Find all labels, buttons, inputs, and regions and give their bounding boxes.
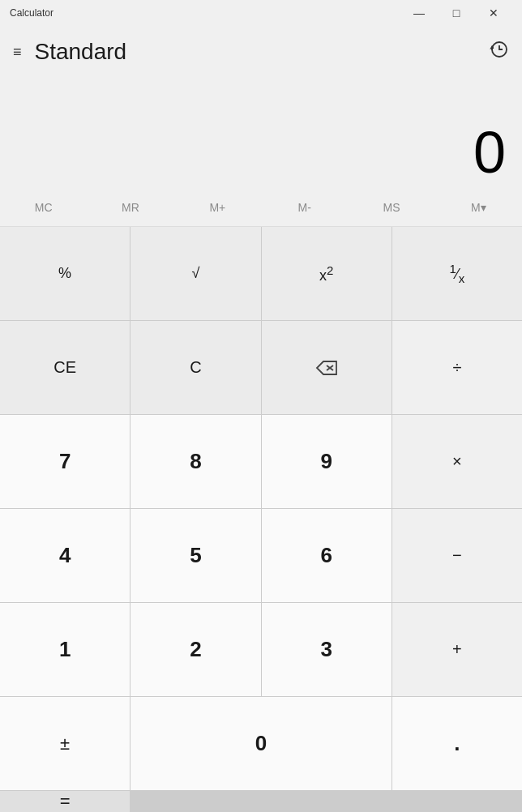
3-button[interactable]: 3 [262, 603, 392, 696]
maximize-button[interactable]: □ [438, 0, 475, 26]
reciprocal-label: 1⁄x [449, 262, 464, 285]
ce-button[interactable]: CE [0, 321, 130, 414]
sqrt-button[interactable]: √ [130, 227, 260, 320]
display-area: 0 [0, 75, 522, 188]
menu-icon[interactable]: ≡ [13, 45, 22, 59]
7-button[interactable]: 7 [0, 415, 130, 508]
2-button[interactable]: 2 [130, 603, 260, 696]
equals-button[interactable]: = [0, 791, 130, 812]
mminus-button[interactable]: M- [261, 188, 348, 226]
backspace-button[interactable] [262, 321, 392, 414]
display-value: 0 [473, 123, 506, 182]
title-bar: Calculator — □ ✕ [0, 0, 522, 26]
negate-button[interactable]: ± [0, 697, 130, 790]
mrecall-button[interactable]: M▾ [435, 188, 522, 226]
app-title: Calculator [10, 7, 53, 19]
1-button[interactable]: 1 [0, 603, 130, 696]
window-controls: — □ ✕ [400, 0, 512, 26]
0-button[interactable]: 0 [130, 697, 392, 790]
percent-button[interactable]: % [0, 227, 130, 320]
subtract-button[interactable]: − [392, 509, 522, 602]
minimize-button[interactable]: — [400, 0, 438, 26]
ms-button[interactable]: MS [348, 188, 434, 226]
8-button[interactable]: 8 [130, 415, 260, 508]
calculator-app: ≡ Standard 0 MC MR M+ M- MS M▾ % √ x2 [0, 26, 522, 812]
mc-button[interactable]: MC [0, 188, 87, 226]
reciprocal-button[interactable]: 1⁄x [392, 227, 522, 320]
header-left: ≡ Standard [13, 39, 126, 65]
add-button[interactable]: + [392, 603, 522, 696]
square-button[interactable]: x2 [262, 227, 392, 320]
app-header: ≡ Standard [0, 26, 522, 75]
mode-title: Standard [35, 39, 127, 65]
mr-button[interactable]: MR [87, 188, 173, 226]
9-button[interactable]: 9 [262, 415, 392, 508]
4-button[interactable]: 4 [0, 509, 130, 602]
button-grid: % √ x2 1⁄x CE C ÷ 7 8 9 × 4 5 6 − [0, 227, 522, 812]
history-icon[interactable] [490, 40, 509, 64]
5-button[interactable]: 5 [130, 509, 260, 602]
memory-row: MC MR M+ M- MS M▾ [0, 188, 522, 227]
close-button[interactable]: ✕ [475, 0, 512, 26]
mplus-button[interactable]: M+ [174, 188, 261, 226]
multiply-button[interactable]: × [392, 415, 522, 508]
square-label: x2 [319, 263, 333, 284]
decimal-button[interactable]: . [392, 697, 522, 790]
6-button[interactable]: 6 [262, 509, 392, 602]
divide-button[interactable]: ÷ [392, 321, 522, 414]
clear-button[interactable]: C [130, 321, 260, 414]
